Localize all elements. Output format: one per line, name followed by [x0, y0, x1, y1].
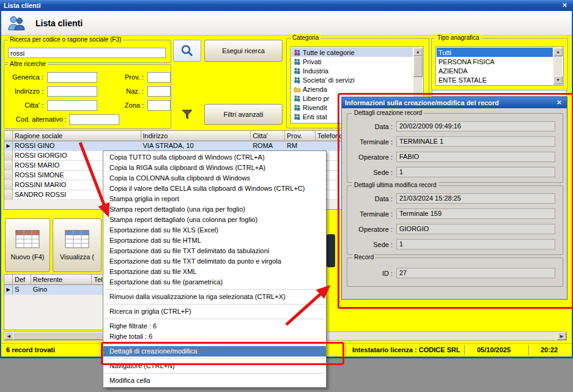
menu-item[interactable]: Esportazione dati su file TXT delimitato…: [103, 246, 326, 256]
view-button[interactable]: Visualizza (: [53, 218, 102, 272]
new-record-icon: [15, 230, 40, 248]
table-cell[interactable]: RM: [285, 141, 316, 151]
table-cell[interactable]: VIA STRADA, 10: [141, 141, 251, 151]
dialog-close-button[interactable]: ✕: [555, 99, 564, 107]
column-header[interactable]: Prov.: [285, 131, 316, 141]
column-header[interactable]: [4, 275, 13, 285]
search-group: Ricerca per codice o ragione sociale (F3…: [4, 40, 171, 63]
column-header[interactable]: Citta': [251, 131, 285, 141]
menu-item[interactable]: Dettagli di creazione/modifica: [103, 346, 326, 357]
scroll-left-button[interactable]: ◀: [4, 332, 13, 340]
tipo-item[interactable]: ENTE STATALE: [437, 75, 553, 84]
scroll-up-button[interactable]: ▲: [553, 48, 563, 56]
status-date: 05/10/2025: [477, 346, 511, 353]
category-item[interactable]: Tutte le categorie: [292, 48, 413, 57]
execute-search-button[interactable]: Esegui ricerca: [204, 40, 283, 62]
field-row: Operatore :FABIO: [347, 152, 563, 162]
field-row: Data :20/02/2009 09:49:16: [347, 121, 563, 131]
menu-item[interactable]: Copia la RIGA sulla clipboard di Windows…: [103, 163, 326, 173]
menu-item[interactable]: Modifica cella: [103, 375, 326, 386]
table-cell[interactable]: ROSSI GINO: [13, 141, 141, 151]
text-field[interactable]: [147, 86, 171, 97]
menu-separator: [105, 319, 325, 319]
tipo-label: Tutti: [438, 49, 451, 56]
text-field[interactable]: [47, 86, 97, 97]
field-value: FABIO: [396, 152, 555, 162]
category-item[interactable]: Societa' di servizi: [292, 75, 413, 84]
menu-item[interactable]: Esportazione dati su file XML: [103, 267, 326, 277]
field-value: 20/02/2009 09:49:16: [396, 121, 555, 131]
category-label: Enti stat: [303, 113, 327, 120]
field-label: Terminale :: [347, 138, 393, 146]
field-label: Prov. :: [113, 73, 144, 81]
menu-item[interactable]: Esportazione dati su file TXT delimitato…: [103, 256, 326, 267]
filter-icon: [173, 104, 201, 125]
menu-item[interactable]: Righe filtrate : 6: [103, 321, 326, 331]
tipo-label: AZIENDA: [438, 67, 468, 75]
column-header[interactable]: Indirizzo: [141, 131, 251, 141]
tipo-item[interactable]: PERSONA FISICA: [437, 57, 553, 66]
field-label: Sede :: [347, 169, 393, 176]
execute-search-area: Esegui ricerca: [173, 40, 283, 62]
menu-item[interactable]: Righe totali : 6: [103, 331, 326, 342]
text-field[interactable]: [69, 114, 119, 125]
tipo-anagrafica-group: Tipo anagrafica TuttiPERSONA FISICAAZIEN…: [431, 38, 568, 91]
field-label: ID :: [347, 270, 393, 277]
column-header[interactable]: Referente: [31, 275, 92, 285]
scroll-up-button[interactable]: ▲: [413, 48, 423, 56]
status-time: 20:22: [541, 346, 558, 353]
table-cell[interactable]: S: [13, 285, 31, 295]
field-label: Data :: [347, 123, 393, 130]
category-label: Industria: [303, 67, 328, 75]
menu-item[interactable]: Ricerca in griglia (CTRL+F): [103, 306, 326, 317]
menu-item[interactable]: Copia la COLONNA sulla clipboard di Wind…: [103, 173, 326, 183]
column-header[interactable]: Def: [13, 275, 31, 285]
advanced-filters-area: Filtri avanzati: [173, 104, 283, 125]
scroll-right-button[interactable]: ▶: [557, 332, 566, 340]
menu-item[interactable]: Esportazione dati su file (parametrica): [103, 277, 326, 287]
row-marker: [4, 190, 13, 200]
dialog-title: Informazioni sulla creazione/modifica de…: [345, 99, 499, 106]
tipo-anagrafica-list[interactable]: TuttiPERSONA FISICAAZIENDAENTE STATALE ▲…: [435, 46, 564, 86]
scroll-thumb[interactable]: [413, 56, 423, 77]
search-input[interactable]: [8, 48, 166, 58]
text-field[interactable]: [47, 72, 97, 83]
tipo-anagrafica-label: Tipo anagrafica: [435, 34, 481, 41]
menu-separator: [105, 373, 325, 374]
menu-separator: [105, 358, 325, 359]
menu-item[interactable]: Rimuovi dalla visualizzazione la riga se…: [103, 292, 326, 302]
field-label: Citta' :: [8, 102, 43, 109]
text-field[interactable]: [147, 100, 171, 111]
tipo-item[interactable]: AZIENDA: [437, 66, 553, 75]
text-field[interactable]: [47, 100, 97, 111]
new-button[interactable]: Nuovo (F4): [5, 218, 50, 272]
dialog-titlebar[interactable]: Informazioni sulla creazione/modifica de…: [342, 97, 567, 108]
table-cell[interactable]: ROMA: [251, 141, 285, 151]
tipo-item[interactable]: Tutti: [437, 48, 553, 57]
table-cell[interactable]: Gino: [31, 285, 92, 295]
window-close-button[interactable]: ✕: [560, 2, 569, 10]
menu-item[interactable]: Esportazione dati su file XLS (Excel): [103, 225, 326, 235]
dialog-group: Dettagli ultima modifica recordData :21/…: [347, 185, 563, 255]
field-row: Data :21/03/2024 15:28:25: [347, 193, 563, 204]
menu-item[interactable]: Stampa report dettagliato (una colonna p…: [103, 215, 326, 225]
column-header[interactable]: Ragione sociale: [13, 131, 141, 141]
window-titlebar[interactable]: Lista clienti ✕: [0, 0, 573, 11]
menu-item[interactable]: Copia il valore della CELLA sulla clipbo…: [103, 183, 326, 194]
menu-item[interactable]: Esportazione dati su file HTML: [103, 235, 326, 246]
advanced-filters-button[interactable]: Filtri avanzati: [204, 104, 283, 125]
text-field[interactable]: [147, 72, 171, 83]
row-marker: ▶: [4, 285, 13, 295]
column-header[interactable]: [4, 131, 13, 141]
menu-item[interactable]: Navigatore (CTRL+N): [103, 361, 326, 371]
menu-item[interactable]: Stampa griglia in report: [103, 194, 326, 204]
category-item[interactable]: Privati: [292, 57, 413, 66]
category-item[interactable]: Azienda: [292, 84, 413, 94]
category-item[interactable]: Industria: [292, 66, 413, 75]
menu-item[interactable]: Stampa report dettagliato (una riga per …: [103, 204, 326, 215]
scroll-down-button[interactable]: ▼: [553, 76, 563, 84]
menu-item[interactable]: Copia TUTTO sulla clipboard di Windows (…: [103, 152, 326, 163]
tipo-scrollbar[interactable]: ▲ ▼: [553, 48, 563, 84]
scroll-thumb[interactable]: [13, 332, 105, 340]
users-icon: [294, 113, 301, 120]
